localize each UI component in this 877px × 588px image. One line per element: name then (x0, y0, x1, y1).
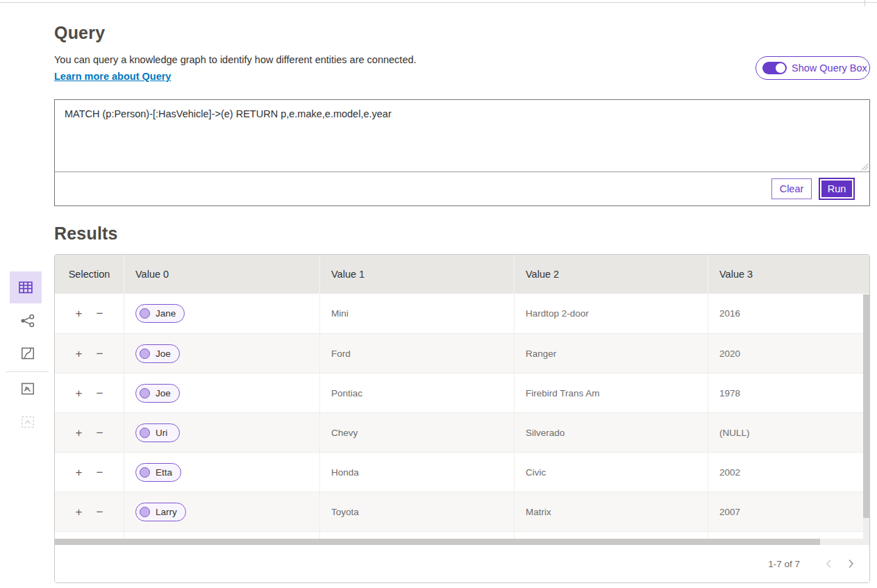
query-input[interactable]: MATCH (p:Person)-[:HasVehicle]->(e) RETU… (55, 100, 869, 171)
selection-cell: + − (55, 334, 124, 373)
entity-dot-icon (140, 507, 150, 517)
column-header-value1: Value 1 (320, 255, 515, 294)
table-row: + − Jane Mini Hardtop 2-door 2016 (55, 294, 869, 333)
column-header-value3: Value 3 (708, 255, 869, 294)
model-cell: Ranger (515, 334, 708, 373)
show-query-box-toggle[interactable]: Show Query Box (755, 56, 870, 80)
map-select-icon (20, 381, 35, 396)
table-header-row: Selection Value 0 Value 1 Value 2 Value … (55, 255, 869, 294)
table-row: + − Larry Toyota Matrix 2007 (55, 492, 869, 531)
clear-button[interactable]: Clear (771, 178, 812, 199)
entity-cell (124, 532, 320, 539)
person-entity-pill[interactable]: Joe (135, 344, 180, 363)
year-cell: 2002 (708, 453, 869, 492)
remove-from-selection-button[interactable]: − (94, 386, 106, 401)
pagination-previous-button (819, 555, 837, 573)
model-cell: Hardtop 2-door (515, 294, 708, 333)
query-footer: Clear Run (55, 172, 869, 205)
entity-label: Uri (156, 428, 167, 438)
sidebar-item-table-view[interactable] (10, 271, 42, 303)
make-cell: Pontiac (320, 373, 515, 412)
table-row: + − Etta Honda Civic 2002 (55, 452, 869, 492)
remove-from-selection-button[interactable]: − (94, 505, 106, 519)
selection-cell: + − (55, 373, 124, 412)
map-icon (20, 346, 35, 361)
column-header-value0: Value 0 (124, 255, 320, 294)
table-icon (18, 280, 33, 295)
sidebar-item-map-view[interactable] (19, 344, 37, 362)
make-cell: Toyota (320, 492, 515, 531)
entity-cell: Jane (124, 294, 320, 333)
results-table-card: Selection Value 0 Value 1 Value 2 Value … (54, 254, 870, 583)
year-cell: 2020 (708, 334, 869, 373)
entity-label: Joe (156, 348, 171, 359)
make-cell: Ford (320, 334, 515, 373)
vertical-scrollbar[interactable] (863, 294, 869, 539)
entity-cell: Larry (124, 492, 320, 531)
add-to-selection-button[interactable]: + (73, 426, 85, 440)
model-cell: Civic (515, 453, 708, 492)
person-entity-pill[interactable]: Joe (135, 384, 180, 403)
entity-cell: Uri (124, 413, 320, 452)
add-to-selection-button[interactable]: + (73, 465, 85, 480)
column-header-selection: Selection (55, 255, 124, 294)
model-cell: Silverado (515, 413, 708, 452)
make-cell: Mini (320, 294, 515, 333)
query-description: You can query a knowledge graph to ident… (54, 54, 417, 65)
entity-cell: Joe (124, 373, 320, 412)
chevron-right-icon (848, 559, 854, 569)
toggle-label: Show Query Box (792, 62, 867, 74)
entity-label: Etta (156, 467, 172, 478)
add-to-selection-button[interactable]: + (73, 386, 85, 401)
results-title: Results (54, 224, 118, 244)
sidebar-item-map-select-view[interactable] (19, 380, 37, 398)
table-row: + − Joe Ford Ranger 2020 (55, 333, 869, 373)
pagination-next-button[interactable] (842, 555, 860, 573)
table-row: + − Uri Chevy Silverado (NULL) (55, 412, 869, 452)
year-cell: 1978 (708, 373, 869, 412)
remove-from-selection-button[interactable]: − (94, 465, 106, 480)
learn-more-link[interactable]: Learn more about Query (54, 71, 171, 82)
selection-cell: + − (55, 453, 124, 492)
table-body: + − Jane Mini Hardtop 2-door 2016 + − (55, 294, 869, 539)
make-cell (320, 532, 515, 539)
person-entity-pill[interactable]: Larry (135, 503, 186, 521)
column-header-value2: Value 2 (515, 255, 708, 294)
run-button[interactable]: Run (820, 179, 853, 199)
make-cell: Honda (320, 453, 515, 492)
resize-handle-icon[interactable] (860, 162, 868, 170)
chevron-left-icon (826, 559, 832, 569)
selection-cell: + − (55, 413, 124, 452)
person-entity-pill[interactable]: Jane (135, 304, 185, 323)
query-box: MATCH (p:Person)-[:HasVehicle]->(e) RETU… (54, 99, 870, 206)
link-chart-icon (20, 313, 35, 328)
top-divider (0, 2, 877, 3)
entity-dot-icon (140, 467, 150, 478)
toggle-knob (776, 63, 785, 73)
model-cell: Matrix (515, 492, 708, 531)
entity-label: Larry (156, 507, 177, 517)
vertical-scrollbar-thumb[interactable] (863, 294, 869, 518)
scrollbar-remnant (865, 0, 865, 6)
person-entity-pill[interactable]: Etta (135, 463, 181, 482)
add-to-selection-button[interactable]: + (73, 346, 85, 361)
person-entity-pill[interactable]: Uri (135, 423, 180, 442)
year-cell: (NULL) (708, 413, 869, 452)
entity-cell: Etta (124, 453, 320, 492)
query-page-title: Query (54, 23, 105, 43)
add-to-selection-button[interactable]: + (73, 505, 85, 519)
make-cell: Chevy (320, 413, 515, 452)
new-view-disabled-icon (20, 414, 35, 430)
sidebar-item-new-view-disabled (19, 413, 37, 431)
year-cell (708, 532, 869, 539)
model-cell (515, 532, 708, 539)
sidebar-item-link-chart-view[interactable] (19, 312, 37, 330)
remove-from-selection-button[interactable]: − (94, 306, 106, 321)
entity-dot-icon (140, 308, 150, 319)
table-footer: 1-7 of 7 (55, 545, 869, 582)
selection-cell: + − (55, 294, 124, 333)
toggle-switch-icon[interactable] (762, 62, 787, 74)
remove-from-selection-button[interactable]: − (94, 346, 106, 361)
remove-from-selection-button[interactable]: − (94, 426, 106, 440)
add-to-selection-button[interactable]: + (73, 306, 85, 321)
